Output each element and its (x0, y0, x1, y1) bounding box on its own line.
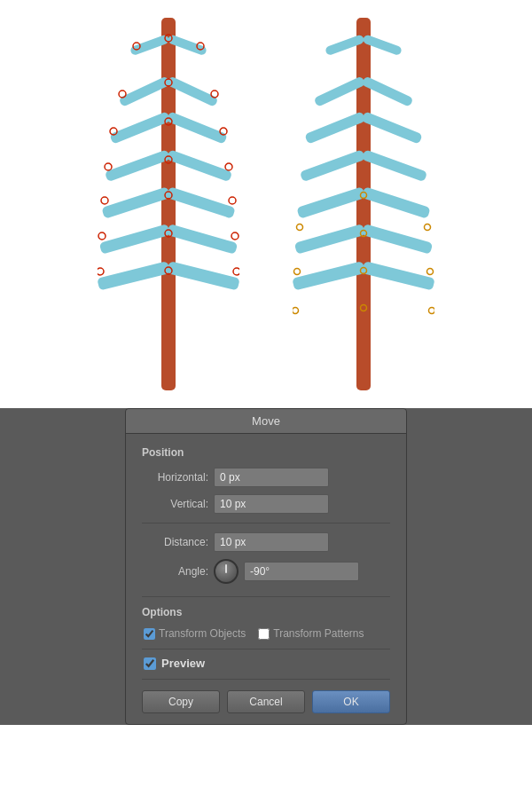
ok-button[interactable]: OK (312, 690, 390, 713)
svg-point-55 (294, 269, 301, 275)
canvas-area (0, 0, 532, 408)
svg-rect-14 (167, 261, 239, 290)
svg-rect-9 (101, 186, 170, 218)
copy-button[interactable]: Copy (142, 690, 220, 713)
svg-rect-43 (300, 149, 366, 182)
vertical-label: Vertical: (142, 498, 208, 510)
svg-rect-50 (362, 261, 434, 290)
transform-objects-checkbox[interactable] (144, 628, 155, 640)
svg-point-32 (231, 232, 239, 240)
cancel-button[interactable]: Cancel (227, 690, 305, 713)
svg-point-52 (297, 224, 303, 231)
divider2 (142, 596, 390, 597)
transform-patterns-label: Transform Patterns (273, 627, 364, 640)
options-checkboxes: Transform Objects Transform Patterns (142, 627, 390, 640)
preview-row: Preview (142, 649, 390, 680)
svg-rect-10 (167, 186, 236, 218)
svg-point-56 (427, 269, 434, 275)
svg-point-29 (229, 197, 236, 204)
svg-rect-12 (167, 224, 238, 255)
svg-rect-44 (362, 149, 428, 182)
angle-dial[interactable] (214, 559, 239, 584)
svg-point-34 (98, 268, 104, 275)
svg-point-25 (105, 163, 112, 170)
position-section-label: Position (142, 446, 390, 459)
angle-row: Angle: (142, 559, 390, 584)
svg-point-35 (233, 268, 239, 275)
angle-input[interactable] (244, 562, 359, 581)
vertical-input[interactable] (214, 494, 329, 514)
svg-rect-0 (161, 18, 176, 390)
svg-point-31 (98, 232, 106, 240)
horizontal-input[interactable] (214, 468, 329, 487)
options-section-label: Options (142, 606, 390, 618)
angle-label: Angle: (142, 565, 208, 578)
svg-rect-46 (362, 186, 431, 218)
preview-label: Preview (161, 657, 205, 670)
move-dialog: Move Position Horizontal: Vertical: Dist… (125, 408, 407, 725)
transform-objects-label: Transform Objects (159, 627, 246, 640)
dialog-buttons: Copy Cancel OK (142, 690, 390, 713)
horizontal-label: Horizontal: (142, 471, 208, 484)
svg-point-58 (293, 308, 299, 314)
svg-rect-48 (362, 224, 433, 255)
svg-rect-47 (294, 224, 365, 255)
svg-rect-8 (167, 149, 233, 182)
svg-rect-13 (98, 261, 170, 290)
divider1 (142, 523, 390, 523)
distance-input[interactable] (214, 532, 329, 552)
distance-row: Distance: (142, 532, 390, 552)
svg-rect-45 (296, 186, 365, 218)
right-tree (293, 9, 434, 399)
distance-label: Distance: (142, 536, 208, 548)
transform-patterns-item[interactable]: Transform Patterns (258, 627, 364, 640)
svg-point-28 (101, 197, 108, 204)
vertical-row: Vertical: (142, 494, 390, 514)
svg-point-53 (425, 224, 431, 231)
left-tree (98, 9, 239, 399)
preview-checkbox[interactable] (144, 657, 156, 670)
options-section: Options Transform Objects Transform Patt… (142, 606, 390, 640)
svg-point-26 (225, 163, 232, 170)
horizontal-row: Horizontal: (142, 468, 390, 487)
svg-rect-36 (356, 18, 371, 390)
transform-patterns-checkbox[interactable] (258, 628, 270, 640)
dialog-title: Move (126, 409, 406, 434)
svg-point-59 (429, 308, 435, 314)
svg-rect-49 (293, 261, 365, 290)
svg-rect-7 (105, 149, 171, 182)
svg-rect-11 (99, 224, 170, 255)
transform-objects-item[interactable]: Transform Objects (144, 627, 246, 640)
